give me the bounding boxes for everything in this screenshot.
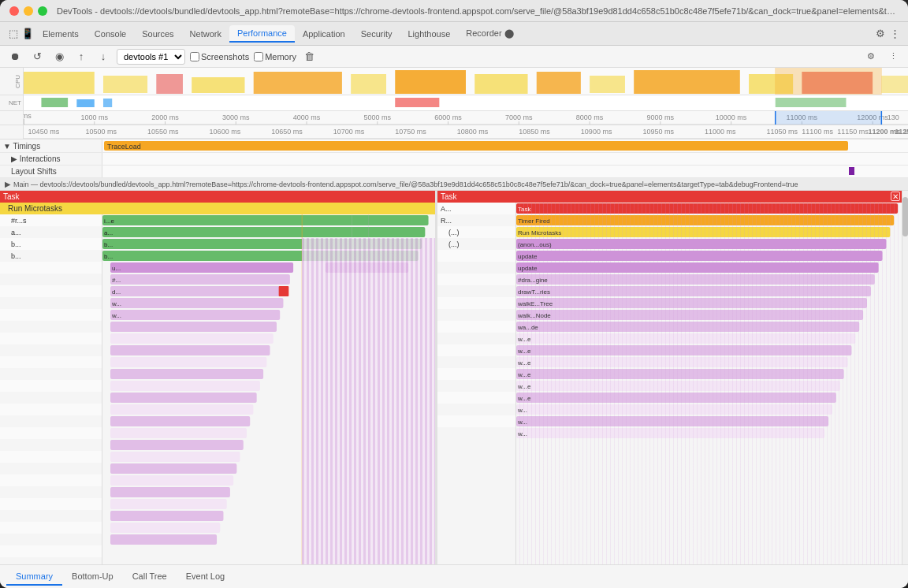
tab-console[interactable]: Console xyxy=(87,26,134,42)
name-row: b... xyxy=(0,250,102,262)
download-button[interactable]: ↓ xyxy=(95,48,112,65)
ruler-content-1: 0 ms 1000 ms 2000 ms 3000 ms 4000 ms 500… xyxy=(24,111,908,125)
svg-rect-18 xyxy=(395,98,439,107)
svg-rect-3 xyxy=(192,77,244,93)
cpu-chart-area[interactable] xyxy=(24,68,908,95)
window-controls xyxy=(9,6,47,16)
left-task-header: Task xyxy=(0,191,435,203)
ruler-col-1 xyxy=(0,111,24,125)
svg-rect-81 xyxy=(110,274,290,285)
right-name-row xyxy=(437,427,515,439)
svg-text:10900 ms: 10900 ms xyxy=(581,128,612,136)
net-label: NET xyxy=(9,99,21,106)
delete-recording-button[interactable]: 🗑 xyxy=(301,48,318,65)
timings-label: ▼ Timings xyxy=(0,140,102,152)
maximize-button[interactable] xyxy=(38,6,47,16)
name-row xyxy=(0,463,102,474)
screenshots-label: Screenshots xyxy=(201,52,249,61)
svg-text:Run Microtasks: Run Microtasks xyxy=(518,229,561,236)
right-panel: Task ✕ A... R... (...) (...) xyxy=(437,191,902,564)
svg-rect-1 xyxy=(103,76,147,93)
tab-elements[interactable]: Elements xyxy=(35,26,87,42)
name-row xyxy=(0,439,102,451)
svg-text:11050 ms: 11050 ms xyxy=(766,128,798,136)
close-button[interactable] xyxy=(9,6,19,16)
dense-pattern-left xyxy=(302,238,435,564)
svg-rect-13 xyxy=(881,76,908,93)
tab-call-tree[interactable]: Call Tree xyxy=(123,568,177,586)
capture-settings-button[interactable]: ⚙ xyxy=(862,48,880,65)
svg-rect-101 xyxy=(110,452,240,462)
name-row xyxy=(0,498,102,510)
svg-text:9000 ms: 9000 ms xyxy=(647,114,675,121)
chart-column-left[interactable]: i...e a... b... b... u.. xyxy=(102,214,435,564)
tab-recorder[interactable]: Recorder ⬤ xyxy=(458,25,521,42)
svg-text:130: 130 xyxy=(888,114,899,121)
svg-text:w...: w... xyxy=(517,419,527,426)
timings-section: ▼ Timings TraceLoad xyxy=(0,140,908,153)
tab-sources[interactable]: Sources xyxy=(134,26,181,42)
reload-button[interactable]: ↺ xyxy=(28,48,46,65)
svg-text:d...: d... xyxy=(112,288,121,296)
more-menu-icon[interactable]: ⋮ xyxy=(888,27,902,41)
stop-button[interactable]: ◉ xyxy=(50,48,68,65)
two-panel-flame: Task Run Microtasks #r...s a... b... b..… xyxy=(0,191,908,564)
right-name-row xyxy=(437,333,515,344)
svg-rect-17 xyxy=(103,99,112,107)
net-overview: NET xyxy=(0,95,908,111)
record-button[interactable]: ⏺ xyxy=(6,48,24,65)
right-name-row xyxy=(437,274,515,285)
svg-rect-91 xyxy=(110,333,274,344)
svg-rect-2 xyxy=(156,74,183,94)
memory-label: Memory xyxy=(265,52,296,61)
svg-text:4000 ms: 4000 ms xyxy=(293,114,321,121)
svg-rect-94 xyxy=(110,369,263,379)
tab-network[interactable]: Network xyxy=(182,26,229,42)
close-task-icon[interactable]: ✕ xyxy=(891,192,900,201)
tab-event-log[interactable]: Event Log xyxy=(177,568,235,586)
name-row xyxy=(0,404,102,415)
right-name-row: A... xyxy=(437,203,515,214)
scrollbar-thumb[interactable] xyxy=(902,197,908,236)
svg-rect-100 xyxy=(110,440,244,450)
url-bar: ▶ Main — devtools://devtools/bundled/dev… xyxy=(0,178,908,191)
settings-icon[interactable]: ⚙ xyxy=(873,27,888,41)
svg-rect-5 xyxy=(351,74,386,94)
svg-rect-118 xyxy=(516,239,886,249)
tab-performance[interactable]: Performance xyxy=(229,25,295,43)
right-name-row xyxy=(437,321,515,333)
tab-security[interactable]: Security xyxy=(353,26,400,42)
screenshots-checkbox[interactable] xyxy=(190,52,199,61)
minimize-button[interactable] xyxy=(24,6,33,16)
more-tools-button[interactable]: ⋮ xyxy=(884,48,902,65)
upload-button[interactable]: ↑ xyxy=(73,48,90,65)
svg-rect-134 xyxy=(516,333,855,344)
memory-checkbox[interactable] xyxy=(254,52,263,61)
name-row xyxy=(0,510,102,522)
svg-rect-114 xyxy=(516,215,894,225)
svg-text:Task: Task xyxy=(518,206,531,213)
profile-select[interactable]: devtools #1 xyxy=(117,49,185,65)
interactions-label: ▶ Interactions xyxy=(0,153,102,165)
name-row xyxy=(0,368,102,380)
vertical-scrollbar[interactable] xyxy=(902,191,908,564)
device-icon[interactable]: 📱 xyxy=(20,27,35,41)
inspect-icon[interactable]: ⬚ xyxy=(6,27,20,41)
tab-lighthouse[interactable]: Lighthouse xyxy=(400,26,458,42)
tab-bottom-up[interactable]: Bottom-Up xyxy=(62,568,123,586)
left-microtasks-header: Run Microtasks xyxy=(0,203,435,214)
tab-application[interactable]: Application xyxy=(295,26,353,42)
svg-rect-48 xyxy=(776,111,882,125)
chart-column-right[interactable]: Task Timer Fired Run Microtasks (anon...… xyxy=(516,203,902,564)
secondary-toolbar: ⏺ ↺ ◉ ↑ ↓ devtools #1 Screenshots Memory… xyxy=(0,46,908,68)
right-name-row xyxy=(437,380,515,392)
svg-text:10650 ms: 10650 ms xyxy=(271,128,303,136)
svg-text:wa...de: wa...de xyxy=(517,324,538,331)
tab-summary[interactable]: Summary xyxy=(6,568,62,586)
svg-text:10550 ms: 10550 ms xyxy=(147,128,179,136)
name-row xyxy=(0,344,102,356)
svg-rect-8 xyxy=(537,72,581,94)
net-chart-area[interactable] xyxy=(24,95,908,110)
name-row xyxy=(0,392,102,404)
svg-text:w...e: w...e xyxy=(517,371,531,378)
